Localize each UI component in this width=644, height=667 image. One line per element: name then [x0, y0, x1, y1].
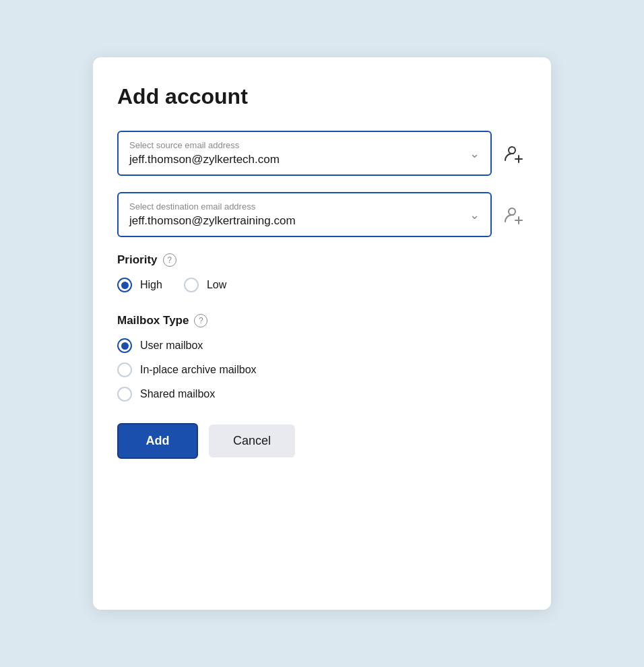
button-row: Add Cancel: [117, 423, 527, 459]
mailbox-inplace-label: In-place archive mailbox: [140, 364, 257, 376]
destination-email-dropdown[interactable]: Select destination email address jeff.th…: [117, 192, 492, 237]
destination-chevron-icon: ⌄: [470, 208, 480, 222]
priority-high-label: High: [140, 279, 162, 291]
mailbox-user-radio[interactable]: [117, 338, 132, 353]
source-email-dropdown[interactable]: Select source email address jeff.thomson…: [117, 131, 492, 176]
mailbox-type-section-label: Mailbox Type ?: [117, 314, 527, 327]
add-source-user-button[interactable]: [500, 140, 527, 167]
mailbox-inplace-radio[interactable]: [117, 362, 132, 377]
add-button[interactable]: Add: [117, 423, 198, 459]
svg-point-0: [509, 147, 515, 154]
mailbox-shared-option[interactable]: Shared mailbox: [117, 387, 527, 402]
destination-email-value: jeff.thomson@zylkertraining.com: [129, 214, 480, 228]
priority-high-radio[interactable]: [117, 278, 132, 292]
mailbox-type-radio-group: User mailbox In-place archive mailbox Sh…: [117, 338, 527, 402]
cancel-button[interactable]: Cancel: [209, 424, 295, 457]
priority-high-option[interactable]: High: [117, 278, 162, 292]
source-email-label: Select source email address: [129, 140, 480, 150]
add-destination-user-button[interactable]: [500, 201, 527, 228]
destination-email-label: Select destination email address: [129, 201, 480, 212]
svg-point-3: [509, 208, 515, 215]
mailbox-inplace-option[interactable]: In-place archive mailbox: [117, 362, 527, 377]
source-chevron-icon: ⌄: [470, 146, 480, 161]
mailbox-type-help-icon[interactable]: ?: [194, 314, 207, 327]
mailbox-shared-label: Shared mailbox: [140, 388, 215, 400]
source-email-value: jeff.thomson@zylkertech.com: [129, 153, 480, 166]
priority-radio-group: High Low: [117, 278, 527, 292]
priority-help-icon[interactable]: ?: [163, 253, 176, 267]
page-title: Add account: [117, 84, 527, 109]
destination-email-row: Select destination email address jeff.th…: [117, 192, 527, 237]
source-email-row: Select source email address jeff.thomson…: [117, 131, 527, 176]
priority-low-label: Low: [207, 279, 226, 291]
mailbox-shared-radio[interactable]: [117, 387, 132, 402]
mailbox-user-label: User mailbox: [140, 340, 203, 352]
mailbox-type-section: Mailbox Type ? User mailbox In-place arc…: [117, 314, 527, 402]
priority-low-radio[interactable]: [184, 278, 199, 292]
priority-low-option[interactable]: Low: [184, 278, 226, 292]
modal-container: Add account Select source email address …: [93, 57, 551, 610]
mailbox-user-option[interactable]: User mailbox: [117, 338, 527, 353]
priority-section: Priority ? High Low: [117, 253, 527, 292]
priority-section-label: Priority ?: [117, 253, 527, 267]
